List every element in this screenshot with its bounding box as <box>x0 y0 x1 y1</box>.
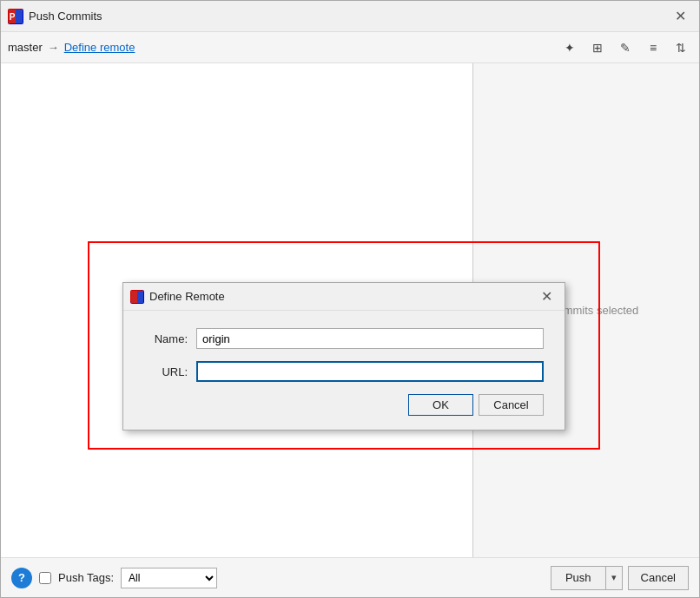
dialog-body: Name: URL: OK Cancel <box>123 311 565 430</box>
content-area: No commits selected Define Remote ✕ Na <box>1 63 699 557</box>
url-field-row: URL: <box>144 361 544 382</box>
branch-arrow: → <box>48 41 59 54</box>
pin-icon[interactable]: ✦ <box>558 36 581 59</box>
push-tags-label: Push Tags: <box>58 571 114 584</box>
window-close-button[interactable]: ✕ <box>668 4 692 29</box>
help-button[interactable]: ? <box>11 568 32 588</box>
dialog-close-button[interactable]: ✕ <box>535 286 558 308</box>
title-bar: P Push Commits ✕ <box>1 1 699 32</box>
url-input[interactable] <box>196 361 544 382</box>
toolbar: master → Define remote ✦ ⊞ ✎ ≡ ⇅ <box>1 32 699 63</box>
dialog-title: Define Remote <box>149 290 535 303</box>
push-dropdown-arrow[interactable]: ▾ <box>605 566 623 590</box>
graph-icon[interactable]: ⊞ <box>586 36 609 59</box>
svg-rect-1 <box>16 10 23 23</box>
cancel-button[interactable]: Cancel <box>628 566 689 590</box>
url-label: URL: <box>144 365 188 378</box>
dialog-app-icon <box>130 290 144 304</box>
filter-icon[interactable]: ≡ <box>642 36 664 59</box>
app-icon: P <box>8 9 23 24</box>
toolbar-icons: ✦ ⊞ ✎ ≡ ⇅ <box>558 36 692 59</box>
define-remote-link[interactable]: Define remote <box>64 41 135 54</box>
name-field-row: Name: <box>144 328 544 349</box>
push-button[interactable]: Push <box>551 566 605 590</box>
push-tags-checkbox[interactable] <box>39 572 51 584</box>
edit-icon[interactable]: ✎ <box>614 36 637 59</box>
bottom-bar: ? Push Tags: All Annotated only None Pus… <box>1 557 699 597</box>
svg-rect-3 <box>131 291 137 303</box>
branch-name: master <box>8 41 43 54</box>
define-remote-dialog: Define Remote ✕ Name: URL: OK Cance <box>122 282 565 430</box>
window-title: Push Commits <box>29 10 668 23</box>
branch-info: master → Define remote <box>8 41 135 54</box>
push-tags-select[interactable]: All Annotated only None <box>121 568 217 588</box>
push-commits-window: P Push Commits ✕ master → Define remote … <box>0 0 700 598</box>
ok-button[interactable]: OK <box>408 394 473 416</box>
dialog-buttons: OK Cancel <box>144 394 544 416</box>
name-label: Name: <box>144 332 188 345</box>
svg-rect-4 <box>137 291 143 303</box>
dialog-title-bar: Define Remote ✕ <box>123 283 565 311</box>
push-button-group: Push ▾ <box>551 566 623 590</box>
name-input[interactable] <box>196 328 544 349</box>
sort-icon[interactable]: ⇅ <box>670 36 692 59</box>
bottom-bar-right: Push ▾ Cancel <box>551 566 689 590</box>
svg-text:P: P <box>10 12 16 22</box>
dialog-cancel-button[interactable]: Cancel <box>479 394 544 416</box>
